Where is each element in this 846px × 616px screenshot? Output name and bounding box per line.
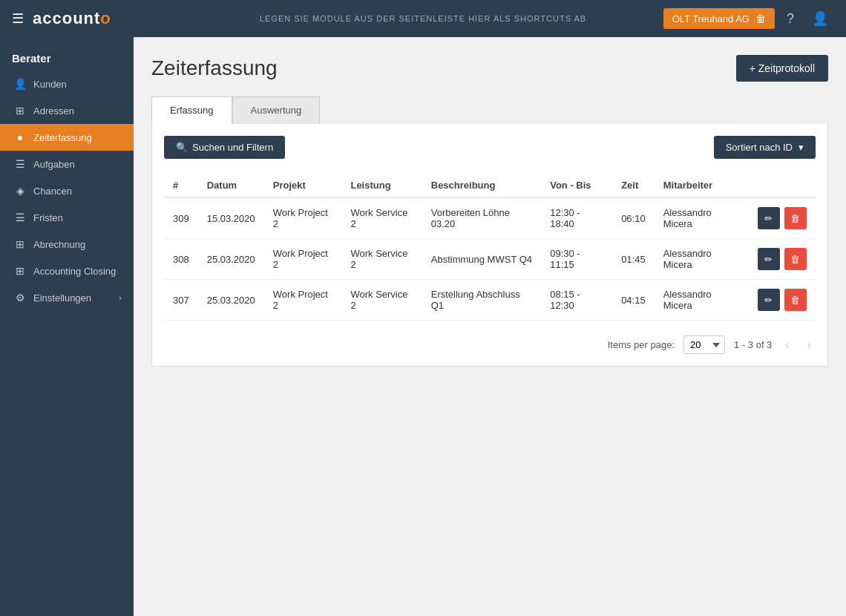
cell-id: 309 bbox=[164, 197, 198, 239]
cell-datum: 25.03.2020 bbox=[198, 280, 264, 321]
sidebar-label-zeiterfassung: Zeiterfassung bbox=[33, 132, 92, 143]
pagination: Items per page: 20 10 50 100 1 - 3 of 3 … bbox=[164, 335, 816, 354]
sidebar-item-einstellungen[interactable]: ⚙ Einstellungen › bbox=[0, 284, 134, 311]
abrechnung-icon: ⊞ bbox=[14, 238, 26, 250]
sidebar-item-chancen[interactable]: ◈ Chancen bbox=[0, 177, 134, 204]
app-logo: accounto bbox=[33, 9, 111, 28]
col-leistung: Leistung bbox=[341, 174, 422, 197]
chancen-icon: ◈ bbox=[14, 185, 26, 197]
sidebar: Berater 👤 Kunden ⊞ Adressen ● Zeiterfass… bbox=[0, 37, 134, 616]
cell-projekt: Work Project 2 bbox=[264, 197, 342, 239]
cell-id: 307 bbox=[164, 280, 198, 321]
tab-auswertung[interactable]: Auswertung bbox=[232, 96, 321, 124]
cell-mitarbeiter: Alessandro Micera bbox=[655, 197, 749, 239]
sidebar-section-title: Berater bbox=[0, 43, 134, 71]
aufgaben-icon: ☰ bbox=[14, 158, 26, 170]
cell-zeit: 01:45 bbox=[612, 239, 655, 280]
sidebar-item-fristen[interactable]: ☰ Fristen bbox=[0, 204, 134, 231]
sort-button[interactable]: Sortiert nach ID ▾ bbox=[714, 136, 816, 159]
delete-button[interactable]: 🗑 bbox=[784, 248, 807, 270]
cell-leistung: Work Service 2 bbox=[341, 280, 422, 321]
sidebar-label-chancen: Chancen bbox=[33, 186, 72, 197]
top-nav: ☰ accounto LEGEN SIE MODULE AUS DER SEIT… bbox=[0, 0, 846, 37]
col-zeit: Zeit bbox=[612, 174, 655, 197]
edit-button[interactable]: ✏ bbox=[758, 248, 780, 270]
sidebar-label-aufgaben: Aufgaben bbox=[33, 159, 75, 170]
sidebar-item-kunden[interactable]: 👤 Kunden bbox=[0, 71, 134, 97]
prev-page-button[interactable]: ‹ bbox=[781, 337, 793, 353]
cell-beschreibung: Abstimmung MWST Q4 bbox=[422, 239, 541, 280]
next-page-button[interactable]: › bbox=[803, 337, 816, 353]
logo-accent: o bbox=[100, 9, 111, 27]
cell-datum: 25.03.2020 bbox=[198, 239, 264, 280]
cell-mitarbeiter: Alessandro Micera bbox=[655, 239, 749, 280]
cell-actions: ✏ 🗑 bbox=[749, 280, 816, 321]
data-table: # Datum Projekt Leistung Beschreibung Vo… bbox=[164, 174, 816, 321]
main-content: Zeiterfassung + Zeitprotokoll Erfassung … bbox=[134, 37, 846, 616]
hamburger-icon[interactable]: ☰ bbox=[12, 10, 24, 27]
trash-icon: 🗑 bbox=[755, 13, 766, 24]
delete-button[interactable]: 🗑 bbox=[784, 289, 807, 311]
top-nav-right: OLT Treuhand AG 🗑 ? 👤 bbox=[663, 7, 834, 30]
tab-erfassung[interactable]: Erfassung bbox=[151, 96, 232, 124]
cell-projekt: Work Project 2 bbox=[264, 280, 342, 321]
items-per-page-label: Items per page: bbox=[608, 339, 675, 350]
table-area: 🔍 Suchen und Filtern Sortiert nach ID ▾ … bbox=[151, 124, 828, 367]
tabs: Erfassung Auswertung bbox=[151, 96, 828, 124]
page-range: 1 - 3 of 3 bbox=[734, 339, 772, 350]
page-title: Zeiterfassung bbox=[151, 56, 278, 80]
sidebar-label-einstellungen: Einstellungen bbox=[33, 292, 91, 304]
sidebar-item-zeiterfassung[interactable]: ● Zeiterfassung bbox=[0, 124, 134, 151]
per-page-select[interactable]: 20 10 50 100 bbox=[683, 335, 725, 354]
sidebar-label-adressen: Adressen bbox=[33, 105, 74, 117]
edit-button[interactable]: ✏ bbox=[758, 289, 780, 311]
layout: Berater 👤 Kunden ⊞ Adressen ● Zeiterfass… bbox=[0, 37, 846, 616]
nav-shortcuts-hint: LEGEN SIE MODULE AUS DER SEITENLEISTE HI… bbox=[260, 14, 586, 23]
cell-beschreibung: Erstellung Abschluss Q1 bbox=[422, 280, 541, 321]
table-body: 309 15.03.2020 Work Project 2 Work Servi… bbox=[164, 197, 816, 321]
page-header: Zeiterfassung + Zeitprotokoll bbox=[151, 55, 828, 82]
fristen-icon: ☰ bbox=[14, 212, 26, 223]
logo-text: account bbox=[33, 9, 100, 27]
zeiterfassung-icon: ● bbox=[14, 131, 26, 143]
cell-datum: 15.03.2020 bbox=[198, 197, 264, 239]
delete-button[interactable]: 🗑 bbox=[784, 207, 807, 229]
add-zeitprotokoll-button[interactable]: + Zeitprotokoll bbox=[736, 55, 828, 82]
accounting-icon: ⊞ bbox=[14, 265, 26, 277]
sidebar-item-aufgaben[interactable]: ☰ Aufgaben bbox=[0, 151, 134, 177]
col-actions bbox=[749, 174, 816, 197]
table-row: 308 25.03.2020 Work Project 2 Work Servi… bbox=[164, 239, 816, 280]
cell-vonbis: 09:30 - 11:15 bbox=[541, 239, 612, 280]
sidebar-item-adressen[interactable]: ⊞ Adressen bbox=[0, 97, 134, 124]
cell-leistung: Work Service 2 bbox=[341, 239, 422, 280]
edit-button[interactable]: ✏ bbox=[758, 207, 780, 229]
table-header: # Datum Projekt Leistung Beschreibung Vo… bbox=[164, 174, 816, 197]
search-filter-button[interactable]: 🔍 Suchen und Filtern bbox=[164, 136, 285, 159]
col-vonbis: Von - Bis bbox=[541, 174, 612, 197]
company-button[interactable]: OLT Treuhand AG 🗑 bbox=[663, 8, 775, 29]
einstellungen-icon: ⚙ bbox=[14, 292, 26, 304]
sidebar-item-abrechnung[interactable]: ⊞ Abrechnung bbox=[0, 231, 134, 258]
cell-mitarbeiter: Alessandro Micera bbox=[655, 280, 749, 321]
cell-actions: ✏ 🗑 bbox=[749, 239, 816, 280]
cell-vonbis: 08:15 - 12:30 bbox=[541, 280, 612, 321]
cell-leistung: Work Service 2 bbox=[341, 197, 422, 239]
help-button[interactable]: ? bbox=[781, 8, 800, 30]
user-button[interactable]: 👤 bbox=[806, 7, 834, 30]
col-id: # bbox=[164, 174, 198, 197]
sidebar-label-accounting: Accounting Closing bbox=[33, 266, 116, 277]
cell-projekt: Work Project 2 bbox=[264, 239, 342, 280]
chevron-down-icon: ▾ bbox=[799, 142, 804, 153]
sidebar-label-abrechnung: Abrechnung bbox=[33, 239, 85, 250]
col-beschreibung: Beschreibung bbox=[422, 174, 541, 197]
expand-icon: › bbox=[119, 293, 122, 302]
kunden-icon: 👤 bbox=[14, 78, 26, 90]
table-row: 307 25.03.2020 Work Project 2 Work Servi… bbox=[164, 280, 816, 321]
sidebar-label-kunden: Kunden bbox=[33, 79, 67, 90]
sidebar-item-accounting-closing[interactable]: ⊞ Accounting Closing bbox=[0, 258, 134, 284]
adressen-icon: ⊞ bbox=[14, 105, 26, 117]
company-name: OLT Treuhand AG bbox=[672, 13, 750, 24]
col-projekt: Projekt bbox=[264, 174, 342, 197]
search-icon: 🔍 bbox=[176, 142, 188, 153]
cell-actions: ✏ 🗑 bbox=[749, 197, 816, 239]
